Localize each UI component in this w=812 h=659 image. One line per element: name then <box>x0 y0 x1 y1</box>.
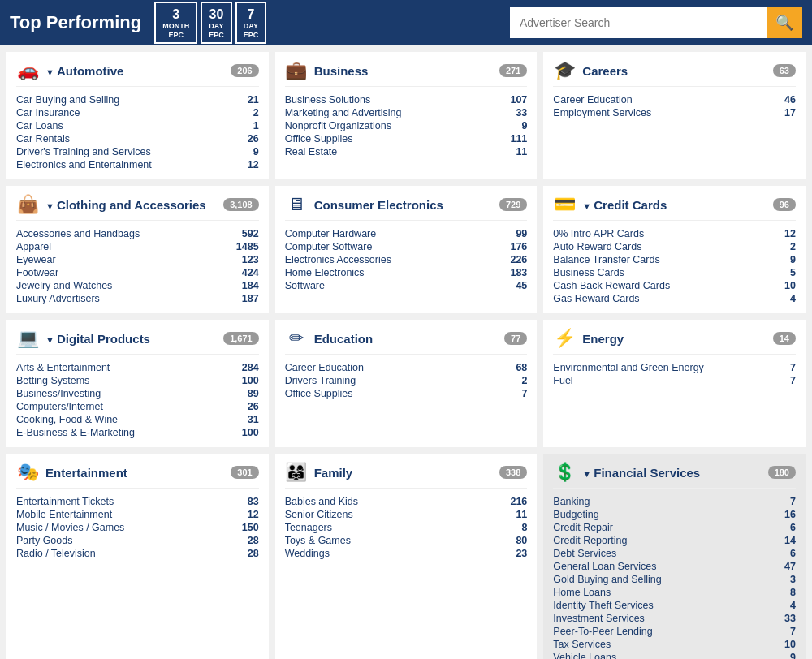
category-link[interactable]: Arts & Entertainment <box>16 362 110 373</box>
category-link[interactable]: Footwear <box>16 267 58 278</box>
category-link[interactable]: Fuel <box>553 375 572 386</box>
category-link[interactable]: Auto Reward Cards <box>553 241 641 252</box>
category-title-digital-products[interactable]: ▼ Digital Products <box>45 332 217 346</box>
category-value: 7 <box>503 388 527 399</box>
category-link[interactable]: Electronics and Entertainment <box>16 159 152 170</box>
category-link[interactable]: Business Cards <box>553 267 624 278</box>
category-value: 12 <box>235 509 259 520</box>
category-link[interactable]: Drivers Training <box>285 375 356 386</box>
category-link[interactable]: General Loan Services <box>553 561 656 572</box>
category-link[interactable]: Betting Systems <box>16 375 89 386</box>
category-link[interactable]: Computers/Internet <box>16 401 103 412</box>
category-link[interactable]: Toys & Games <box>285 535 351 546</box>
expand-arrow-digital-products[interactable]: ▼ <box>45 335 57 345</box>
category-link[interactable]: Apparel <box>16 241 51 252</box>
category-title-financial-services[interactable]: ▼ Financial Services <box>582 466 761 480</box>
category-link[interactable]: Mobile Entertainment <box>16 509 112 520</box>
epc-30day-button[interactable]: 30DAYEPC <box>201 2 232 45</box>
category-link[interactable]: Driver's Training and Services <box>16 146 151 157</box>
category-title-education[interactable]: Education <box>314 332 498 346</box>
category-link[interactable]: Accessories and Handbags <box>16 228 140 239</box>
category-card-financial-services: 💲 ▼ Financial Services 180 Banking 7 Bud… <box>543 454 806 659</box>
expand-arrow-clothing[interactable]: ▼ <box>45 201 57 211</box>
category-title-clothing[interactable]: ▼ Clothing and Accessories <box>45 198 217 212</box>
category-link[interactable]: Car Loans <box>16 120 63 131</box>
category-link[interactable]: E-Business & E-Marketing <box>16 427 135 438</box>
category-link[interactable]: Vehicle Loans <box>553 652 616 659</box>
category-link[interactable]: Cash Back Reward Cards <box>553 280 670 291</box>
category-link[interactable]: Party Goods <box>16 535 72 546</box>
search-button[interactable]: 🔍 <box>767 7 802 38</box>
epc-7day-button[interactable]: 7DAYEPC <box>235 2 267 45</box>
category-link[interactable]: Teenagers <box>285 522 332 533</box>
category-title-careers[interactable]: Careers <box>582 64 766 78</box>
category-value: 424 <box>235 267 259 278</box>
category-link[interactable]: Radio / Television <box>16 548 96 559</box>
category-link[interactable]: Car Insurance <box>16 107 80 118</box>
category-link[interactable]: Cooking, Food & Wine <box>16 414 118 425</box>
category-link[interactable]: Weddings <box>285 548 330 559</box>
category-title-credit-cards[interactable]: ▼ Credit Cards <box>582 198 766 212</box>
category-link[interactable]: Eyewear <box>16 254 56 265</box>
category-link[interactable]: Computer Software <box>285 241 373 252</box>
category-link[interactable]: Career Education <box>285 362 364 373</box>
category-link[interactable]: Environmental and Green Energy <box>553 362 704 373</box>
category-link[interactable]: Debt Services <box>553 548 616 559</box>
search-input[interactable] <box>510 7 767 38</box>
category-link[interactable]: Jewelry and Watches <box>16 280 112 291</box>
category-link[interactable]: Luxury Advertisers <box>16 293 100 304</box>
category-icon-entertainment: 🎭 <box>16 462 39 483</box>
category-row: Electronics and Entertainment 12 <box>16 158 259 171</box>
expand-arrow-credit-cards[interactable]: ▼ <box>582 201 594 211</box>
category-link[interactable]: Entertainment Tickets <box>16 496 114 507</box>
category-row: Eyewear 123 <box>16 253 259 266</box>
category-title-automotive[interactable]: ▼ Automotive <box>45 64 224 78</box>
category-count-careers: 63 <box>773 64 796 77</box>
category-link[interactable]: Music / Movies / Games <box>16 522 124 533</box>
category-link[interactable]: Gold Buying and Selling <box>553 574 661 585</box>
expand-arrow-automotive[interactable]: ▼ <box>45 67 57 77</box>
category-link[interactable]: Credit Repair <box>553 522 613 533</box>
category-link[interactable]: Business Solutions <box>285 94 371 106</box>
category-link[interactable]: Balance Transfer Cards <box>553 254 659 265</box>
category-title-consumer-electronics[interactable]: Consumer Electronics <box>314 198 493 212</box>
category-link[interactable]: Car Buying and Selling <box>16 94 119 106</box>
category-link[interactable]: Budgeting <box>553 509 598 520</box>
category-link[interactable]: Tax Services <box>553 639 611 650</box>
category-title-energy[interactable]: Energy <box>582 332 766 346</box>
category-link[interactable]: Office Supplies <box>285 388 353 399</box>
category-title-entertainment[interactable]: Entertainment <box>45 466 224 480</box>
category-link[interactable]: Nonprofit Organizations <box>285 120 391 131</box>
category-value: 4 <box>771 600 796 611</box>
expand-arrow-financial-services[interactable]: ▼ <box>582 469 594 479</box>
category-value: 1 <box>235 120 259 131</box>
category-link[interactable]: Real Estate <box>285 146 338 157</box>
category-link[interactable]: 0% Intro APR Cards <box>553 228 644 239</box>
category-link[interactable]: Identity Theft Services <box>553 600 653 611</box>
category-link[interactable]: Employment Services <box>553 107 651 118</box>
card-header-education: ✏ Education 77 <box>285 328 528 355</box>
category-link[interactable]: Gas Reward Cards <box>553 293 639 304</box>
category-link[interactable]: Investment Services <box>553 613 645 624</box>
category-link[interactable]: Office Supplies <box>285 133 353 144</box>
category-link[interactable]: Software <box>285 280 325 291</box>
category-link[interactable]: Banking <box>553 496 590 507</box>
category-count-financial-services: 180 <box>768 466 796 479</box>
category-row: Nonprofit Organizations 9 <box>285 119 528 132</box>
category-link[interactable]: Computer Hardware <box>285 228 377 239</box>
category-link[interactable]: Babies and Kids <box>285 496 358 507</box>
category-link[interactable]: Peer-To-Peer Lending <box>553 626 652 637</box>
category-link[interactable]: Credit Reporting <box>553 535 627 546</box>
category-link[interactable]: Electronics Accessories <box>285 254 391 265</box>
category-link[interactable]: Business/Investing <box>16 388 101 399</box>
category-link[interactable]: Home Electronics <box>285 267 365 278</box>
category-title-family[interactable]: Family <box>314 466 493 480</box>
category-link[interactable]: Marketing and Advertising <box>285 107 402 118</box>
epc-3month-button[interactable]: 3MONTHEPC <box>154 2 197 45</box>
category-link[interactable]: Career Education <box>553 94 632 106</box>
category-count-business: 271 <box>499 64 527 77</box>
category-link[interactable]: Senior Citizens <box>285 509 353 520</box>
category-link[interactable]: Home Loans <box>553 587 611 598</box>
category-link[interactable]: Car Rentals <box>16 133 70 144</box>
category-title-business[interactable]: Business <box>314 64 493 78</box>
